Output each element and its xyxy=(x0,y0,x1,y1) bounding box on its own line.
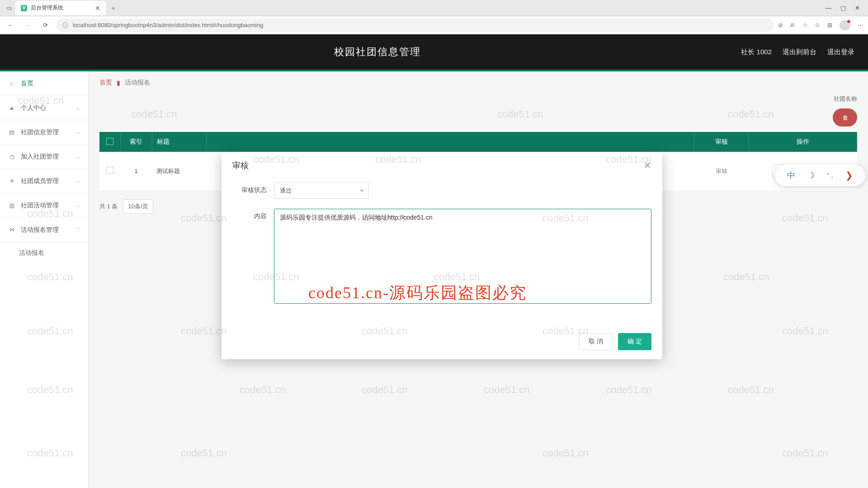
ime-expand-icon[interactable]: ❯ xyxy=(845,170,853,181)
maximize-icon[interactable]: ▢ xyxy=(840,5,846,11)
site-info-icon[interactable]: ⓘ xyxy=(62,21,68,29)
tab-manager-icon[interactable]: ▭ xyxy=(4,3,14,14)
content-textarea[interactable] xyxy=(274,209,651,304)
modal-title: 审核 xyxy=(232,160,644,171)
read-aloud-icon[interactable]: A⁾ xyxy=(790,22,795,28)
browser-tab-strip: ▭ V 后台管理系统 ✕ ＋ — ▢ ✕ xyxy=(0,0,868,16)
back-button[interactable]: ← xyxy=(5,19,17,32)
favorite-icon[interactable]: ☆ xyxy=(802,22,808,28)
confirm-button[interactable]: 确 定 xyxy=(618,333,651,350)
password-icon[interactable]: ⊘ xyxy=(778,22,783,28)
minimize-icon[interactable]: — xyxy=(826,5,831,11)
reload-button[interactable]: ⟳ xyxy=(39,19,52,32)
close-tab-icon[interactable]: ✕ xyxy=(95,5,100,12)
favorites-bar-icon[interactable]: ✩ xyxy=(815,22,820,28)
ime-punct-icon[interactable]: ° , xyxy=(827,172,833,179)
forward-button: → xyxy=(22,19,34,32)
modal-close-icon[interactable]: ✕ xyxy=(644,160,651,171)
address-bar: ← → ⟳ ⓘ localhost:8080/springbootnp4n3/a… xyxy=(0,16,868,34)
audit-modal: 审核 ✕ 审核状态 通过 内容 取 消 确 定 xyxy=(222,152,662,359)
more-icon[interactable]: ⋯ xyxy=(858,22,863,28)
cancel-button[interactable]: 取 消 xyxy=(579,333,613,350)
favicon-icon: V xyxy=(21,5,27,11)
tab-title: 后台管理系统 xyxy=(31,4,91,12)
status-select[interactable]: 通过 xyxy=(274,183,369,199)
ime-toolbar[interactable]: 中 ☽ ° , ❯ xyxy=(775,164,865,186)
url-text: localhost:8080/springbootnp4n3/admin/dis… xyxy=(73,22,767,28)
ime-cn-icon[interactable]: 中 xyxy=(787,170,795,181)
collections-icon[interactable]: ⊞ xyxy=(827,22,832,28)
close-window-icon[interactable]: ✕ xyxy=(855,5,860,11)
browser-tab[interactable]: V 后台管理系统 ✕ xyxy=(15,1,106,15)
profile-avatar[interactable] xyxy=(840,20,850,31)
status-label: 审核状态 xyxy=(232,183,274,194)
ime-moon-icon[interactable]: ☽ xyxy=(807,170,815,180)
url-box[interactable]: ⓘ localhost:8080/springbootnp4n3/admin/d… xyxy=(56,19,774,32)
content-label: 内容 xyxy=(232,209,274,221)
new-tab-button[interactable]: ＋ xyxy=(107,4,120,12)
